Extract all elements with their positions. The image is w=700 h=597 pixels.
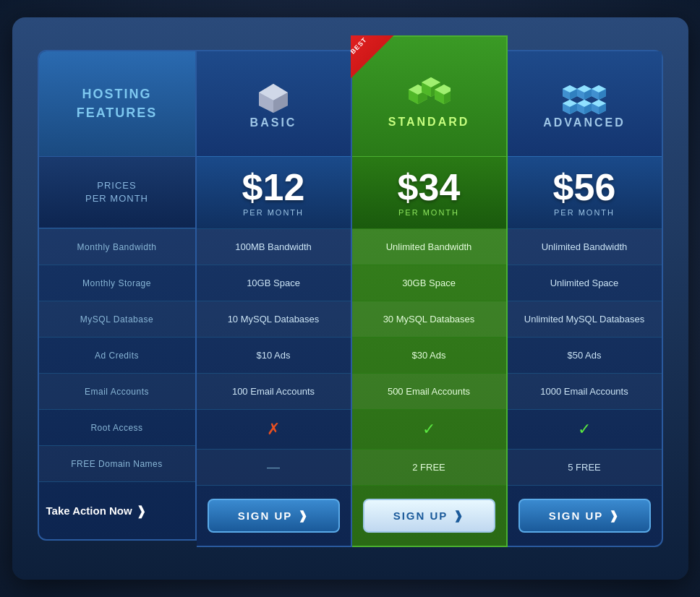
email-label: Email Accounts — [85, 387, 149, 397]
advanced-plan-name: ADVANCED — [543, 116, 625, 129]
advanced-bandwidth-cell: Unlimited Bandwidth — [508, 228, 662, 265]
basic-ads-value: $10 Ads — [257, 350, 291, 361]
advanced-plan-column: ADVANCED $56 PER MONTH Unlimited Bandwid… — [508, 50, 663, 547]
best-badge: BEST — [351, 35, 394, 79]
standard-email-value: 500 Email Accounts — [388, 386, 470, 397]
standard-price-block: $34 PER MONTH — [352, 156, 506, 228]
basic-email-value: 100 Email Accounts — [232, 386, 315, 397]
advanced-root-check-icon: ✓ — [578, 420, 591, 439]
advanced-signup-label: SIGN UP — [549, 510, 604, 522]
basic-email-cell: 100 Email Accounts — [197, 373, 351, 409]
advanced-signup-cell: SIGN UP ❱ — [508, 485, 662, 546]
standard-storage-cell: 30GB Space — [352, 265, 506, 301]
advanced-mysql-cell: Unlimited MySQL Databases — [508, 301, 662, 337]
standard-signup-arrow-icon: ❱ — [453, 509, 464, 523]
standard-email-cell: 500 Email Accounts — [352, 373, 506, 409]
ads-label: Ad Credits — [95, 351, 139, 361]
mysql-label: MySQL Database — [80, 314, 153, 325]
standard-plan-name: STANDARD — [388, 116, 470, 129]
basic-signup-label: SIGN UP — [238, 510, 293, 522]
advanced-price: $56 — [553, 168, 616, 206]
storage-label: Monthly Storage — [82, 278, 151, 288]
basic-bandwidth-value: 100MB Bandwidth — [235, 241, 312, 252]
standard-root-check-icon: ✓ — [422, 420, 435, 439]
standard-bandwidth-cell: Unlimited Bandwidth — [352, 228, 506, 265]
basic-domain-dash-icon: — — [267, 460, 280, 475]
basic-mysql-value: 10 MySQL Databases — [228, 314, 320, 325]
advanced-email-cell: 1000 Email Accounts — [508, 373, 662, 409]
standard-ads-cell: $30 Ads — [352, 337, 506, 373]
standard-root-cell: ✓ — [352, 409, 506, 449]
standard-storage-value: 30GB Space — [402, 278, 456, 288]
pricing-wrapper: HOSTINGFEATURES PRICESPER MONTH Monthly … — [23, 28, 678, 569]
standard-signup-cell: SIGN UP ❱ — [352, 485, 506, 546]
advanced-price-block: $56 PER MONTH — [508, 156, 662, 228]
feature-header: HOSTINGFEATURES — [39, 51, 195, 156]
feature-row-ads: Ad Credits — [39, 337, 195, 373]
basic-mysql-cell: 10 MySQL Databases — [197, 301, 351, 337]
advanced-period: PER MONTH — [554, 208, 615, 217]
basic-storage-value: 10GB Space — [247, 278, 300, 288]
standard-mysql-cell: 30 MySQL Databases — [352, 301, 506, 337]
root-access-label: Root Access — [90, 423, 142, 433]
price-header-label: PRICESPER MONTH — [39, 156, 195, 228]
basic-ads-cell: $10 Ads — [197, 337, 351, 373]
cta-arrow-icon: ❱ — [136, 503, 147, 519]
pricing-table-container: HOSTINGFEATURES PRICESPER MONTH Monthly … — [12, 17, 688, 580]
advanced-storage-value: Unlimited Space — [550, 278, 619, 288]
standard-signup-button[interactable]: SIGN UP ❱ — [363, 499, 495, 533]
standard-mysql-value: 30 MySQL Databases — [383, 314, 475, 325]
advanced-plan-icon — [563, 80, 606, 116]
basic-signup-arrow-icon: ❱ — [298, 509, 309, 523]
advanced-storage-cell: Unlimited Space — [508, 265, 662, 301]
best-badge-text: BEST — [349, 36, 368, 56]
standard-plan-icon — [407, 76, 451, 116]
standard-signup-label: SIGN UP — [393, 510, 448, 522]
basic-signup-button[interactable]: SIGN UP ❱ — [208, 499, 340, 533]
prices-per-month-label: PRICESPER MONTH — [85, 179, 148, 205]
cta-text: Take Action Now — [46, 504, 132, 517]
basic-root-cross-icon: ✗ — [267, 420, 280, 439]
basic-price-block: $12 PER MONTH — [197, 156, 351, 228]
standard-period: PER MONTH — [398, 208, 459, 217]
feature-row-storage: Monthly Storage — [39, 265, 195, 301]
basic-plan-icon — [255, 80, 291, 116]
advanced-domain-value: 5 FREE — [568, 462, 601, 473]
standard-plan-header: BEST — [352, 37, 506, 156]
basic-plan-name: BASIC — [250, 116, 297, 129]
basic-bandwidth-cell: 100MB Bandwidth — [197, 228, 351, 265]
advanced-signup-arrow-icon: ❱ — [609, 509, 620, 523]
advanced-plan-header: ADVANCED — [508, 51, 662, 156]
feature-column: HOSTINGFEATURES PRICESPER MONTH Monthly … — [38, 50, 197, 541]
hosting-features-title: HOSTINGFEATURES — [77, 85, 158, 121]
basic-storage-cell: 10GB Space — [197, 265, 351, 301]
feature-row-bandwidth: Monthly Bandwidth — [39, 228, 195, 265]
standard-plan-column: BEST — [352, 35, 508, 547]
cta-section: Take Action Now ❱ — [39, 481, 195, 539]
advanced-ads-cell: $50 Ads — [508, 337, 662, 373]
feature-row-mysql: MySQL Database — [39, 301, 195, 337]
standard-bandwidth-value: Unlimited Bandwidth — [386, 241, 472, 252]
basic-period: PER MONTH — [243, 208, 304, 217]
domain-label: FREE Domain Names — [71, 459, 163, 469]
advanced-mysql-value: Unlimited MySQL Databases — [524, 314, 644, 325]
advanced-signup-button[interactable]: SIGN UP ❱ — [518, 499, 651, 533]
basic-plan-header: BASIC — [197, 51, 351, 156]
standard-domain-cell: 2 FREE — [352, 449, 506, 485]
feature-row-root: Root Access — [39, 409, 195, 445]
bandwidth-label: Monthly Bandwidth — [77, 242, 157, 252]
basic-root-cell: ✗ — [197, 409, 351, 449]
standard-domain-value: 2 FREE — [412, 462, 445, 473]
advanced-bandwidth-value: Unlimited Bandwidth — [542, 241, 628, 252]
basic-domain-cell: — — [197, 449, 351, 485]
standard-ads-value: $30 Ads — [412, 350, 446, 361]
basic-plan-column: BASIC $12 PER MONTH 100MB Bandwidth 10GB… — [197, 50, 352, 547]
standard-price: $34 — [398, 168, 461, 206]
advanced-domain-cell: 5 FREE — [508, 449, 662, 485]
basic-price: $12 — [242, 168, 305, 206]
feature-row-email: Email Accounts — [39, 373, 195, 409]
feature-row-domain: FREE Domain Names — [39, 445, 195, 481]
advanced-root-cell: ✓ — [508, 409, 662, 449]
advanced-email-value: 1000 Email Accounts — [540, 386, 628, 397]
basic-signup-cell: SIGN UP ❱ — [197, 485, 351, 546]
